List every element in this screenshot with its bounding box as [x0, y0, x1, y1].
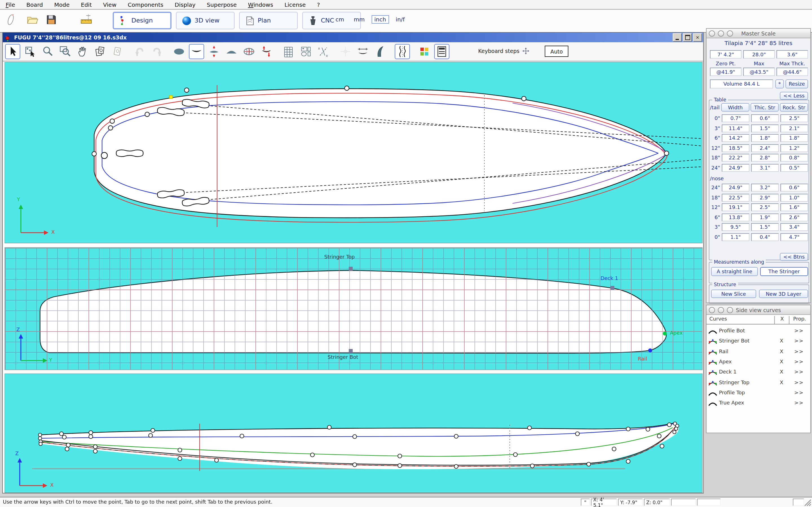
rock-str-cell[interactable]: 1.0"	[780, 193, 808, 202]
grid-tool[interactable]	[281, 44, 296, 59]
width-cell[interactable]: 24.9"	[722, 184, 749, 191]
new-3d-layer-button[interactable]: New 3D Layer	[759, 290, 808, 298]
menu-file[interactable]: File	[0, 1, 21, 8]
properties-tool[interactable]	[434, 44, 449, 59]
thic-str-cell[interactable]: 1.9"	[751, 213, 779, 221]
zoom-area-tool[interactable]	[57, 44, 73, 59]
maximize-button[interactable]	[683, 33, 692, 42]
select-pointer-tool[interactable]	[5, 44, 20, 59]
thic-str-cell[interactable]: 0.6"	[751, 114, 779, 122]
curve-name[interactable]: Stringer Bot	[719, 338, 749, 344]
width-cell[interactable]: 22.2"	[722, 154, 749, 162]
curve-prop-button[interactable]: >>	[789, 369, 809, 375]
menu-[interactable]: ?	[311, 1, 326, 8]
curve-prop-button[interactable]: >>	[789, 338, 809, 344]
colors-tool[interactable]	[417, 44, 432, 59]
thic-str-cell[interactable]: 2.8"	[751, 154, 779, 162]
open-folder-button[interactable]	[25, 13, 40, 28]
width-cell[interactable]: 14.2"	[722, 134, 749, 142]
curve-row-profile-bot[interactable]: Profile Bot>>	[707, 326, 810, 336]
thic-str-cell[interactable]: 3.1"	[751, 164, 779, 172]
rocker-view[interactable]: Z X	[4, 374, 703, 493]
width-cell[interactable]: 18.5"	[722, 144, 749, 152]
curve-row-profile-top[interactable]: Profile Top>>	[707, 388, 810, 398]
thic-str-cell[interactable]: 1.5"	[751, 124, 779, 132]
menu-display[interactable]: Display	[169, 1, 201, 8]
menu-edit[interactable]: Edit	[75, 1, 98, 8]
new-slice-button[interactable]: New Slice	[711, 290, 756, 298]
prop-column-header[interactable]: Prop.	[789, 316, 810, 324]
width-cell[interactable]: 11.4"	[722, 124, 749, 132]
rock-str-column-button[interactable]: Rock. Str	[780, 103, 808, 112]
menu-components[interactable]: Components	[122, 1, 169, 8]
dimensions-button[interactable]	[79, 13, 94, 28]
menu-board[interactable]: Board	[21, 1, 49, 8]
rock-str-cell[interactable]: 4.7"	[780, 233, 808, 241]
width-cell[interactable]: 0.7"	[722, 114, 749, 122]
the-stringer-button[interactable]: The Stringer	[760, 267, 808, 276]
thic-str-cell[interactable]: 2.9"	[751, 193, 779, 202]
rocker-shift-tool[interactable]	[259, 44, 274, 59]
resize-grip[interactable]	[804, 499, 811, 506]
panels-tool[interactable]	[298, 44, 313, 59]
volume-field[interactable]: Volume 84.4 L	[710, 79, 773, 89]
width-cell[interactable]: 13.8"	[722, 213, 749, 221]
x-column-header[interactable]: X	[774, 316, 790, 324]
curve-prop-button[interactable]: >>	[789, 390, 809, 395]
curve-name[interactable]: Stringer Top	[719, 379, 749, 385]
unit-inch[interactable]: inch	[371, 15, 389, 24]
curve-row-apex[interactable]: ApexX>>	[707, 357, 810, 367]
rock-str-cell[interactable]: 1.8"	[780, 134, 808, 142]
length-field[interactable]: 7' 4.2"	[710, 50, 742, 59]
btns-button[interactable]: << Btns	[780, 253, 808, 261]
outline-tool[interactable]	[171, 44, 187, 59]
curve-x-flag[interactable]: X	[774, 369, 789, 375]
width-column-button[interactable]: Width	[721, 103, 749, 112]
curve-name[interactable]: Rail	[719, 348, 728, 354]
curve-prop-button[interactable]: >>	[789, 359, 809, 364]
curves-column-header[interactable]: Curves	[709, 316, 727, 322]
close-button[interactable]: ×	[693, 33, 702, 42]
curve-name[interactable]: Deck 1	[719, 369, 737, 375]
curve-prop-button[interactable]: >>	[789, 348, 809, 354]
thickness-field[interactable]: 3.6"	[776, 50, 808, 59]
menu-superpose[interactable]: Superpose	[201, 1, 242, 8]
rock-str-cell[interactable]: 1.2"	[780, 144, 808, 152]
zero-pt-field[interactable]: @41.9"	[710, 68, 742, 76]
width-cell[interactable]: 1.1"	[722, 233, 749, 241]
redo-tool[interactable]	[149, 44, 165, 59]
slice-view[interactable]: Stringer Top Stringer Bot Deck 1 Apex Ra…	[4, 247, 703, 370]
design-mode-button[interactable]: Design	[113, 12, 171, 29]
new-board-button[interactable]	[3, 13, 18, 28]
width-cell[interactable]: 24.9"	[722, 164, 749, 172]
unit-cm[interactable]: cm	[333, 15, 347, 24]
rock-str-cell[interactable]: 2.1"	[780, 124, 808, 132]
rock-str-cell[interactable]: 3.4"	[780, 223, 808, 231]
curve-name[interactable]: True Apex	[719, 400, 744, 406]
less-button[interactable]: << Less	[780, 92, 808, 100]
rock-str-cell[interactable]: 0.8"	[780, 154, 808, 162]
guideline-tool[interactable]	[338, 44, 353, 59]
curve-name[interactable]: Apex	[719, 359, 732, 364]
plan-view[interactable]: Y X	[4, 62, 703, 243]
measure-tool[interactable]: xx	[316, 44, 331, 59]
curve-name[interactable]: Profile Top	[719, 390, 745, 395]
star-button[interactable]: *	[775, 79, 784, 89]
3d-view-mode-button[interactable]: 3D view	[176, 12, 235, 29]
curve-row-deck-1[interactable]: Deck 1X>>	[707, 367, 810, 378]
rock-str-cell[interactable]: 2.6"	[780, 213, 808, 221]
menu-license[interactable]: License	[279, 1, 311, 8]
window-title-bar[interactable]: FUGU 7'4''28''86litres@12 09 16.s3dx ×	[3, 33, 703, 42]
thic-str-cell[interactable]: 2.5"	[751, 203, 779, 211]
thic-str-cell[interactable]: 1.5"	[751, 223, 779, 231]
bottom-tool[interactable]	[189, 44, 204, 59]
rock-str-cell[interactable]: 0.5"	[780, 164, 808, 172]
menu-view[interactable]: View	[98, 1, 122, 8]
unit-mm[interactable]: mm	[351, 15, 368, 24]
fin-tool[interactable]	[373, 44, 388, 59]
flex-tool[interactable]	[395, 44, 410, 59]
max-field[interactable]: @43.5"	[743, 68, 775, 76]
thic-str-cell[interactable]: 3.2"	[751, 184, 779, 191]
rock-str-cell[interactable]: 1.6"	[780, 203, 808, 211]
straight-line-button[interactable]: A straight line	[711, 267, 758, 276]
